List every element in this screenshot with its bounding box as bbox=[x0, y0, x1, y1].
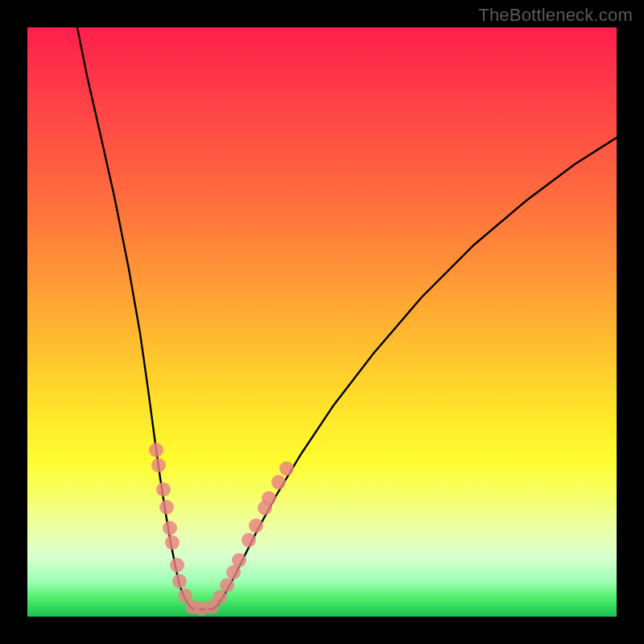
scatter-dot bbox=[165, 535, 180, 550]
scatter-dot bbox=[172, 574, 187, 588]
scatter-dot bbox=[232, 553, 246, 568]
scatter-dot bbox=[262, 491, 276, 506]
scatter-dot bbox=[159, 500, 174, 514]
scatter-dot bbox=[151, 458, 166, 473]
chart-svg bbox=[27, 27, 617, 617]
scatter-dot bbox=[279, 461, 294, 476]
watermark-text: TheBottleneck.com bbox=[478, 5, 633, 26]
chart-frame: TheBottleneck.com bbox=[0, 0, 644, 644]
scatter-dot bbox=[220, 578, 234, 592]
bottleneck-curve bbox=[77, 27, 617, 609]
scatter-dot bbox=[249, 518, 263, 533]
scatter-dot bbox=[213, 590, 227, 605]
scatter-dot bbox=[163, 521, 177, 535]
scatter-dot bbox=[149, 443, 163, 457]
scatter-dot bbox=[170, 558, 184, 572]
scatter-dots bbox=[149, 443, 294, 616]
scatter-dot bbox=[242, 533, 256, 547]
scatter-dot bbox=[156, 482, 171, 497]
plot-area bbox=[27, 27, 617, 617]
scatter-dot bbox=[271, 475, 286, 489]
